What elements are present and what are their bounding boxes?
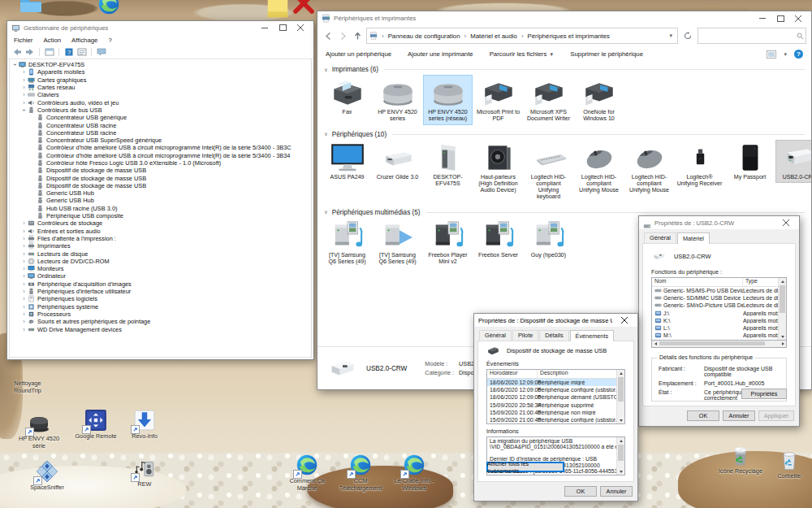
close-button[interactable] bbox=[615, 315, 633, 326]
minimize-button[interactable] bbox=[754, 13, 771, 24]
function-row[interactable]: K:\ Appareils mobiles bbox=[652, 317, 786, 324]
desktop-icon[interactable]: Revo-Info bbox=[119, 409, 171, 441]
desktop-icon[interactable]: Google Remote bbox=[70, 409, 122, 441]
tree-item[interactable]: Processeurs bbox=[10, 310, 311, 318]
dialog-titlebar[interactable]: Propriétés de : USB2.0-CRW bbox=[639, 216, 799, 229]
tree-item[interactable]: Imprimantes bbox=[10, 242, 311, 250]
expander-icon[interactable] bbox=[20, 235, 28, 242]
device-item[interactable]: Logitech HID-compliant Unifying keyboard bbox=[524, 140, 573, 203]
tab[interactable]: Général bbox=[644, 232, 676, 243]
expander-icon[interactable] bbox=[20, 265, 28, 272]
layout-icon[interactable] bbox=[767, 50, 776, 59]
function-row[interactable]: Generic- SM/xD-Picture USB Device Lecteu… bbox=[652, 302, 786, 309]
command-bar-item[interactable]: Ajouter un périphérique▼ bbox=[326, 50, 391, 58]
forward-icon[interactable] bbox=[24, 48, 35, 57]
scan-icon[interactable] bbox=[96, 48, 106, 57]
expander-icon[interactable] bbox=[20, 272, 28, 280]
expander-icon[interactable] bbox=[20, 303, 28, 310]
tree-item[interactable]: Lecteurs de DVD/CD-ROM bbox=[10, 258, 311, 265]
scroll-left-icon[interactable] bbox=[652, 341, 659, 347]
refresh-icon[interactable] bbox=[681, 29, 694, 42]
device-item[interactable]: Freebox Player Mini v2 bbox=[423, 218, 473, 268]
command-bar-item[interactable]: Parcourir les fichiers▼ bbox=[490, 50, 555, 58]
tree-item[interactable]: Contrôleur d'hôte amélioré USB à circuit… bbox=[10, 152, 311, 159]
expander-icon[interactable] bbox=[20, 250, 28, 258]
device-manager-titlebar[interactable]: Gestionnaire de périphériques bbox=[7, 21, 313, 34]
section-header[interactable]: Périphériques (10) bbox=[324, 131, 805, 138]
event-row[interactable]: 15/09/2020 21:00:45 Périphérique configu… bbox=[487, 416, 624, 423]
function-row[interactable]: L:\ Appareils mobiles bbox=[652, 324, 786, 332]
function-row[interactable]: J:\ Appareils mobiles bbox=[652, 310, 786, 317]
event-row[interactable]: 18/06/2020 12:09:05 Périphérique migré bbox=[487, 379, 624, 386]
tree-item[interactable]: Contrôleur hôte Fresco Logic USB 3.0 eXt… bbox=[10, 159, 311, 167]
list-header[interactable]: Horodateur Description bbox=[487, 370, 624, 379]
device-item[interactable]: Fax bbox=[322, 75, 372, 118]
menu-item[interactable]: Fichier bbox=[14, 37, 32, 44]
tree-item[interactable]: Périphérique d'acquisition d'images bbox=[10, 280, 311, 288]
scroll-up-icon[interactable] bbox=[617, 437, 624, 444]
expander-icon[interactable] bbox=[11, 61, 19, 68]
back-icon[interactable] bbox=[322, 30, 334, 41]
ok-button[interactable]: OK bbox=[687, 410, 719, 421]
show-all-events-button[interactable]: Afficher tous les événements... bbox=[486, 462, 564, 472]
close-button[interactable] bbox=[292, 22, 309, 33]
section-chevron-icon[interactable] bbox=[324, 209, 328, 215]
scroll-up-icon[interactable] bbox=[617, 370, 624, 376]
tab[interactable]: Matériel bbox=[677, 232, 710, 244]
tree-item[interactable]: WD Drive Management devices bbox=[10, 325, 311, 332]
expander-icon[interactable] bbox=[20, 228, 28, 235]
properties-icon[interactable] bbox=[44, 48, 54, 57]
tree-item[interactable]: Concentrateur USB SuperSpeed générique bbox=[10, 137, 311, 144]
tree-item[interactable]: Souris et autres périphériques de pointa… bbox=[10, 318, 311, 325]
section-header[interactable]: Imprimantes (6) bbox=[324, 66, 805, 73]
scroll-down-icon[interactable] bbox=[779, 333, 786, 340]
desktop-icon[interactable]: Corbeille bbox=[763, 449, 812, 480]
apply-button[interactable]: Appliquer bbox=[758, 410, 794, 421]
horizontal-scrollbar[interactable] bbox=[651, 341, 787, 348]
expander-icon[interactable] bbox=[20, 326, 28, 333]
device-item[interactable]: Cruzer Glide 3.0 bbox=[373, 140, 422, 183]
event-row[interactable]: 18/06/2020 12:09:05 Périphérique configu… bbox=[487, 386, 624, 393]
device-item[interactable]: HP ENVY 4520 series (réseau) bbox=[423, 75, 473, 125]
search-input[interactable] bbox=[698, 28, 806, 44]
device-item[interactable]: DESKTOP-EFV475S bbox=[423, 140, 473, 190]
address-dropdown-icon[interactable]: ▾ bbox=[667, 33, 675, 39]
help-icon[interactable]: ? bbox=[794, 50, 803, 59]
minimize-button[interactable] bbox=[256, 22, 274, 33]
expander-icon[interactable] bbox=[20, 76, 28, 84]
device-item[interactable]: [TV] Samsung Q6 Series (49) bbox=[322, 218, 372, 268]
function-row[interactable]: Generic- MS/MS-Pro USB Device Lecteurs d… bbox=[652, 287, 786, 294]
expander-icon[interactable] bbox=[20, 242, 28, 250]
t ab[interactable]: Événements bbox=[570, 330, 615, 341]
device-item[interactable]: [TV] Samsung Q6 Series (49) bbox=[373, 218, 422, 268]
t ab[interactable]: Détails bbox=[539, 330, 568, 341]
breadcrumb-item[interactable]: Panneau de configuration bbox=[378, 33, 460, 40]
tree-item[interactable]: Files d'attente à l'impression : bbox=[10, 235, 311, 242]
cancel-button[interactable]: Annuler bbox=[600, 486, 633, 497]
tree-item[interactable]: Appareils mobiles bbox=[10, 68, 311, 76]
scroll-right-icon[interactable] bbox=[780, 341, 786, 347]
column-description[interactable]: Description bbox=[538, 370, 624, 378]
forward-icon[interactable] bbox=[337, 30, 348, 41]
menu-item[interactable]: ? bbox=[108, 37, 111, 44]
desktop-icon[interactable]: Comment Ça Marche bbox=[281, 454, 333, 492]
close-button[interactable] bbox=[789, 13, 807, 24]
tree-item[interactable]: Claviers bbox=[10, 91, 311, 98]
device-item[interactable]: Logitech HID-compliant Unifying Mouse bbox=[574, 140, 624, 197]
tree-item[interactable]: Concentrateur USB racine bbox=[10, 121, 311, 128]
scroll-thumb[interactable] bbox=[659, 341, 765, 345]
event-row[interactable]: 15/09/2020 20:58:34 Périphérique supprim… bbox=[487, 402, 624, 409]
list-header[interactable]: Nom Type bbox=[652, 278, 786, 287]
events-list[interactable]: Horodateur Description 18/06/2020 12:09:… bbox=[486, 369, 625, 424]
desktop-icon[interactable]: Nettoyage RoundTrip bbox=[2, 356, 54, 394]
layout-caret-icon[interactable]: ▾ bbox=[781, 51, 789, 58]
close-button[interactable] bbox=[777, 217, 795, 228]
function-row[interactable]: Generic- SD/MMC USB Device Lecteurs de d… bbox=[652, 294, 786, 302]
tree-item[interactable]: Hub USB racine (USB 3.0) bbox=[10, 205, 311, 212]
expander-icon[interactable] bbox=[20, 91, 28, 98]
tree-item[interactable]: Generic USB Hub bbox=[10, 197, 311, 204]
scroll-down-icon[interactable] bbox=[617, 417, 624, 423]
column-name[interactable]: Nom bbox=[652, 278, 743, 286]
expander-icon[interactable] bbox=[20, 288, 28, 295]
desktop-icon[interactable]: REW bbox=[119, 457, 171, 488]
